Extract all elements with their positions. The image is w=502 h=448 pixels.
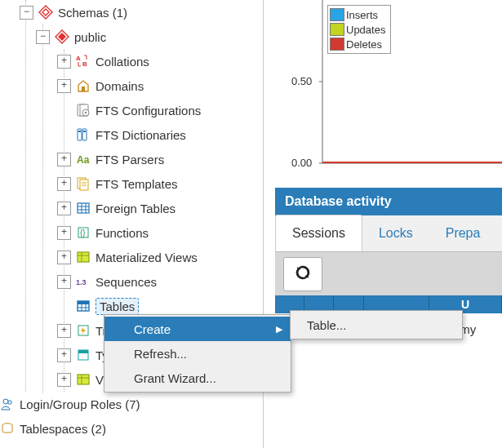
expand-icon[interactable]: + [57,202,71,215]
legend-swatch [330,23,344,36]
tree-node-label: Login/Group Roles (7) [20,397,140,411]
collapse-icon[interactable]: − [20,6,33,20]
menu-item-create[interactable]: Create ▶ [104,317,291,341]
ytick-label: 0.50 [291,75,312,87]
expand-spacer: + [57,104,71,118]
refresh-icon [294,264,312,286]
expand-icon[interactable]: + [57,153,71,166]
sequences-icon: 1.3 [76,274,91,289]
tab-locks[interactable]: Locks [362,215,429,251]
menu-item-label: Grant Wizard... [134,371,216,385]
tree-node-public[interactable]: − public [0,24,263,49]
tree-node-label: public [74,30,106,44]
tree-node-label: FTS Configurations [96,104,201,118]
submenu-arrow-icon: ▶ [276,324,282,335]
svg-text:Aa: Aa [77,154,90,166]
legend-item: Updates [330,22,385,37]
menu-item-label: Create [134,322,171,336]
expand-icon[interactable]: + [57,226,71,240]
schemas-icon [38,5,53,20]
tree-node-foreign-tables[interactable]: + Foreign Tables [0,196,263,220]
fts-dict-icon [76,127,91,142]
types-icon [76,348,91,362]
tree-node-login-roles[interactable]: Login/Group Roles (7) [0,392,140,416]
fts-parsers-icon: Aa [76,152,91,166]
fts-config-icon [76,103,91,118]
legend-label: Deletes [346,38,382,51]
submenu-item-table[interactable]: Table... [291,313,462,337]
expand-icon[interactable]: + [57,348,71,362]
col-label: U [461,298,469,311]
svg-rect-16 [78,203,89,213]
tree-node-label: Tablespaces (2) [20,422,106,436]
legend-swatch [330,8,344,21]
tab-sessions[interactable]: Sessions [275,215,362,252]
svg-text:{}: {} [80,228,86,237]
menu-item-label: Table... [307,318,346,332]
expand-icon[interactable]: + [57,324,71,338]
ytick-label: 0.00 [291,157,312,169]
tree-node-fts-parsers[interactable]: + Aa FTS Parsers [0,147,263,171]
tree-node-label: FTS Templates [96,177,178,191]
tab-label: Locks [379,226,413,241]
tree-node-fts-dict[interactable]: + FTS Dictionaries [0,122,263,147]
svg-text:1.3: 1.3 [76,278,87,286]
tree-node-label: Domains [96,79,144,93]
expand-icon[interactable]: + [57,275,71,289]
expand-icon[interactable]: + [57,79,71,93]
svg-rect-35 [78,375,89,384]
tree-node-label: Schemas (1) [58,6,127,20]
legend-label: Inserts [346,9,378,21]
expand-spacer: + [57,128,71,142]
views-icon [76,372,91,387]
tree-node-label: Tables [96,298,139,315]
legend-label: Updates [346,24,385,36]
root-nodes: Login/Group Roles (7) Tablespaces (2) [0,392,140,441]
legend-swatch [330,38,344,51]
svg-rect-2 [82,86,85,91]
panel-title: Database activity [285,194,392,209]
menu-item-grant-wizard[interactable]: Grant Wizard... [104,366,291,390]
schema-icon [55,29,69,44]
mat-views-icon [76,250,91,264]
svg-rect-34 [78,350,88,353]
svg-rect-23 [78,252,89,262]
tree-node-tablespaces[interactable]: Tablespaces (2) [0,416,140,441]
expand-icon[interactable]: + [57,373,71,387]
tree-node-fts-templates[interactable]: + FTS Templates [0,171,263,196]
db-activity-header: Database activity [275,188,502,215]
foreign-tables-icon [76,201,91,215]
right-panel: 0.50 0.00 Inserts Updates Deletes Databa… [264,0,502,448]
collations-icon: AB [76,54,91,69]
tree-node-sequences[interactable]: + 1.3 Sequences [0,269,263,294]
menu-item-label: Refresh... [134,347,187,361]
expand-spacer: + [57,299,71,313]
expand-icon[interactable]: + [57,251,71,264]
trigger-functions-icon [76,323,91,338]
context-menu: Create ▶ Refresh... Grant Wizard... [104,314,291,393]
tree-node-functions[interactable]: + {} Functions [0,220,263,245]
tree-node-schemas[interactable]: − Schemas (1) [0,0,263,24]
menu-item-refresh[interactable]: Refresh... [104,341,291,366]
collapse-icon[interactable]: − [36,30,50,44]
tree-node-label: FTS Parsers [96,153,164,166]
create-submenu: Table... [290,310,463,339]
expand-icon[interactable]: + [57,55,71,69]
login-roles-icon [0,397,15,411]
tab-label: Prepa [446,226,481,241]
svg-text:A: A [76,55,81,62]
tree-node-label: FTS Dictionaries [96,128,186,142]
fts-templates-icon [76,176,91,191]
tree-node-domains[interactable]: + Domains [0,73,263,98]
tree-node-fts-config[interactable]: + FTS Configurations [0,98,263,122]
svg-point-6 [85,112,87,114]
tablespaces-icon [0,421,15,436]
db-activity-tabs: Sessions Locks Prepa [275,215,502,252]
tuples-chart: 0.50 0.00 Inserts Updates Deletes [275,0,502,173]
expand-icon[interactable]: + [57,177,71,191]
refresh-button[interactable] [283,257,322,291]
tree-node-mat-views[interactable]: + Materialized Views [0,245,263,269]
functions-icon: {} [76,225,91,240]
tree-node-collations[interactable]: + AB Collations [0,49,263,73]
tab-prepared[interactable]: Prepa [429,215,497,251]
